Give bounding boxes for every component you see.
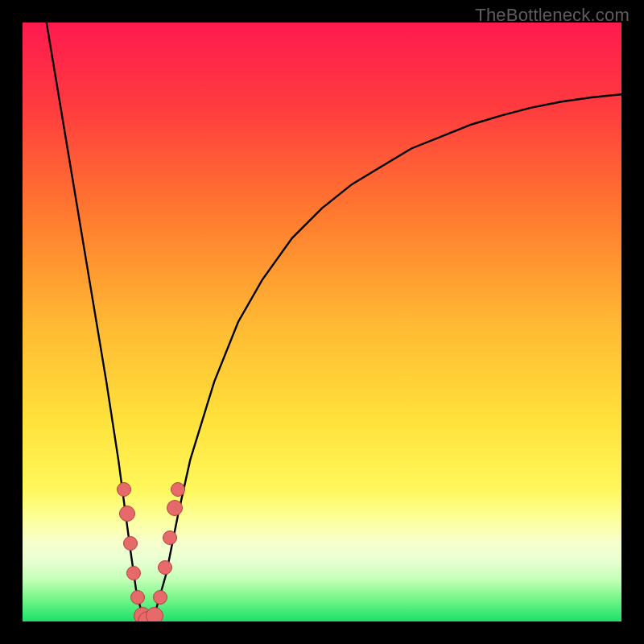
data-marker bbox=[167, 500, 183, 516]
data-marker bbox=[123, 536, 138, 551]
data-marker bbox=[119, 506, 135, 522]
data-marker bbox=[163, 530, 177, 545]
data-marker bbox=[117, 482, 131, 497]
data-marker bbox=[146, 607, 163, 621]
data-marker bbox=[158, 560, 172, 575]
data-marker bbox=[171, 482, 185, 497]
data-marker bbox=[153, 590, 167, 605]
data-marker bbox=[126, 566, 141, 580]
data-marker bbox=[130, 590, 145, 605]
watermark-text: TheBottleneck.com bbox=[475, 5, 630, 26]
bottleneck-curve bbox=[23, 23, 621, 621]
chart-frame: TheBottleneck.com bbox=[0, 0, 644, 644]
plot-area bbox=[23, 23, 621, 621]
